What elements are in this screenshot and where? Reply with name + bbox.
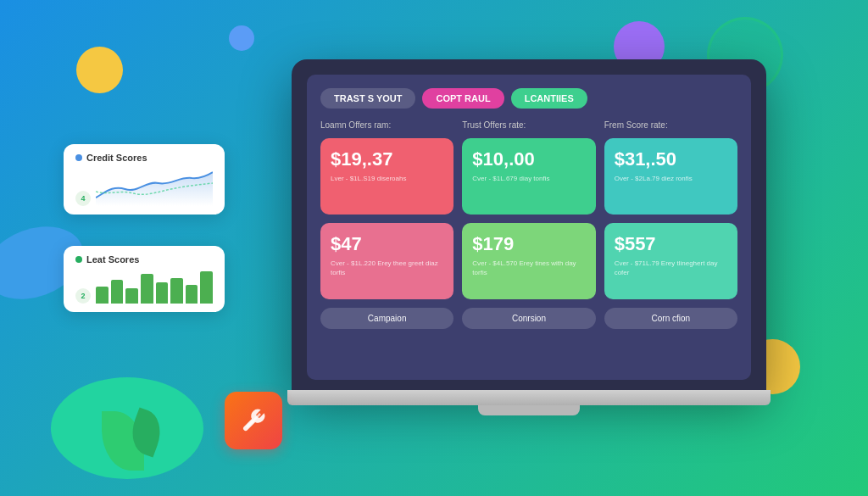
widget-1-dot — [75, 154, 82, 161]
card-3-amount: $31,.50 — [615, 148, 727, 170]
laptop-stand — [478, 405, 580, 415]
leat-scores-widget: Leat Scores 2 — [64, 246, 225, 312]
cards-row-2: $47 Cver - $1L.220 Erey thee greet diaz … — [320, 223, 737, 299]
card-6-sub: Cver - $71L.79 Erey tlineghert day cofer — [615, 259, 727, 277]
card-2-amount: $10,.00 — [472, 148, 585, 170]
card-5-amount: $179 — [472, 233, 585, 255]
bottom-btn-2[interactable]: Conrsion — [462, 308, 595, 329]
bar-4 — [141, 274, 153, 304]
laptop-screen-wrapper: TRAST S YOUT COPT RAUL LCANTIIES Loamn O… — [292, 59, 766, 390]
card-2-sub: Cver - $1L.679 diay tonfis — [472, 174, 585, 183]
laptop-screen: TRAST S YOUT COPT RAUL LCANTIIES Loamn O… — [307, 75, 751, 380]
bar-3 — [125, 288, 138, 304]
bar-7 — [186, 285, 198, 304]
bar-5 — [156, 282, 169, 304]
cards-row-1: $19,.37 Lver - $1L.S19 diseroahs $10,.00… — [320, 138, 737, 215]
blob-yellow-top — [76, 47, 123, 93]
bottom-buttons: Campaion Conrsion Corn cfion — [320, 308, 737, 329]
card-loan-1: $19,.37 Lver - $1L.S19 diseroahs — [320, 138, 453, 215]
bar-1 — [96, 287, 108, 304]
card-trust-2: $179 Cver - $4L.570 Erey tines with day … — [462, 223, 595, 299]
col-header-1: Loamn Offers ram: — [320, 120, 453, 130]
credit-scores-line-chart — [96, 168, 213, 206]
card-trust-1: $10,.00 Cver - $1L.679 diay tonfis — [462, 138, 595, 215]
card-score-1: $31,.50 Over - $2La.79 diez ronfis — [604, 138, 737, 215]
tab-copt[interactable]: COPT RAUL — [422, 88, 504, 109]
widget-2-dot — [75, 256, 82, 263]
widget-2-chart-row: 2 — [75, 270, 213, 304]
card-loan-2: $47 Cver - $1L.220 Erey thee greet diaz … — [320, 223, 453, 299]
tab-trast[interactable]: TRAST S YOUT — [320, 88, 415, 109]
bar-6 — [170, 278, 183, 304]
col-header-2: Trust Offers rate: — [462, 120, 595, 130]
col-header-3: Frem Score rate: — [604, 120, 737, 130]
card-4-sub: Cver - $1L.220 Erey thee greet diaz torf… — [331, 259, 443, 277]
leat-scores-bar-chart — [96, 270, 213, 304]
wrench-x-icon — [225, 392, 282, 449]
widget-1-title: Credit Scores — [75, 153, 213, 163]
card-5-sub: Cver - $4L.570 Erey tines with day torfi… — [472, 259, 585, 277]
widget-1-chart-row: 4 — [75, 168, 213, 206]
tab-lcantiies[interactable]: LCANTIIES — [511, 88, 587, 109]
tabs-row: TRAST S YOUT COPT RAUL LCANTIIES — [320, 88, 737, 109]
bottom-btn-3[interactable]: Corn cfion — [604, 308, 737, 329]
card-score-2: $557 Cver - $71L.79 Erey tlineghert day … — [604, 223, 737, 299]
laptop: TRAST S YOUT COPT RAUL LCANTIIES Loamn O… — [292, 59, 766, 415]
card-4-amount: $47 — [331, 233, 443, 255]
card-1-amount: $19,.37 — [331, 148, 443, 170]
card-6-amount: $557 — [615, 233, 727, 255]
bar-2 — [111, 280, 124, 304]
blob-blue-small — [229, 25, 254, 51]
widget-2-number: 2 — [75, 288, 91, 304]
credit-scores-widget: Credit Scores 4 — [64, 144, 225, 215]
widget-2-title: Leat Scores — [75, 254, 213, 265]
laptop-base — [287, 390, 771, 405]
bar-8 — [200, 271, 213, 304]
card-3-sub: Over - $2La.79 diez ronfis — [615, 174, 727, 183]
column-headers: Loamn Offers ram: Trust Offers rate: Fre… — [320, 120, 737, 135]
card-1-sub: Lver - $1L.S19 diseroahs — [331, 174, 443, 183]
widget-1-number: 4 — [75, 191, 91, 206]
bottom-btn-1[interactable]: Campaion — [320, 308, 453, 329]
